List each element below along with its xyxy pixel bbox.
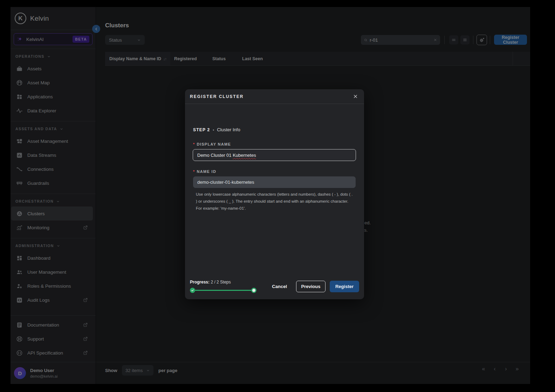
name-id-value: demo-cluster-01-kubernetes	[197, 180, 254, 185]
progress-block: Progress: 2 / 2 Steps	[190, 280, 260, 293]
progress-line	[195, 290, 251, 291]
progress-step-complete-icon	[190, 288, 195, 293]
modal-actions: Cancel Previous Register	[267, 281, 359, 292]
step-separator: •	[213, 128, 214, 132]
display-name-label: *DISPLAY NAME	[193, 142, 231, 146]
progress-step-current-icon	[251, 288, 256, 293]
app-window: K Kelvin KelvinAI BETA OPERATIONS	[11, 7, 530, 384]
field-label-text: DISPLAY NAME	[197, 142, 231, 146]
field-label-text: NAME ID	[197, 169, 217, 174]
register-button[interactable]: Register	[330, 281, 359, 292]
progress-value: 2 / 2 Steps	[211, 280, 231, 285]
step-name: Cluster Info	[217, 127, 240, 132]
modal-title: REGISTER CLUSTER	[190, 94, 244, 99]
close-icon[interactable]	[351, 93, 359, 100]
progress-text: Progress: 2 / 2 Steps	[190, 280, 260, 285]
modal-header: REGISTER CLUSTER	[185, 89, 364, 104]
progress-label: Progress:	[190, 280, 210, 285]
name-id-input[interactable]: demo-cluster-01-kubernetes	[193, 176, 356, 188]
step-indicator: STEP 2 • Cluster Info	[193, 127, 240, 132]
modal-footer: Progress: 2 / 2 Steps Cancel Previous Re	[185, 275, 364, 299]
display-name-input[interactable]: Demo Cluster 01 Kubernetes	[193, 149, 356, 161]
modal-body: STEP 2 • Cluster Info *DISPLAY NAME Demo…	[185, 104, 364, 275]
previous-button[interactable]: Previous	[296, 281, 326, 292]
screen: K Kelvin KelvinAI BETA OPERATIONS	[0, 0, 555, 392]
display-name-value: Demo Cluster 01	[197, 153, 233, 158]
required-asterisk: *	[193, 169, 195, 174]
cancel-button[interactable]: Cancel	[267, 281, 292, 292]
register-cluster-modal: REGISTER CLUSTER STEP 2 • Cluster Info *…	[185, 89, 364, 299]
name-id-help-text: Use only lowercase alphanumeric characte…	[196, 191, 355, 212]
step-label: STEP 2	[193, 127, 210, 132]
misspelled-word: Kubernetes	[233, 153, 256, 158]
progress-bar	[190, 288, 256, 293]
required-asterisk: *	[193, 142, 195, 146]
name-id-label: *NAME ID	[193, 169, 216, 174]
